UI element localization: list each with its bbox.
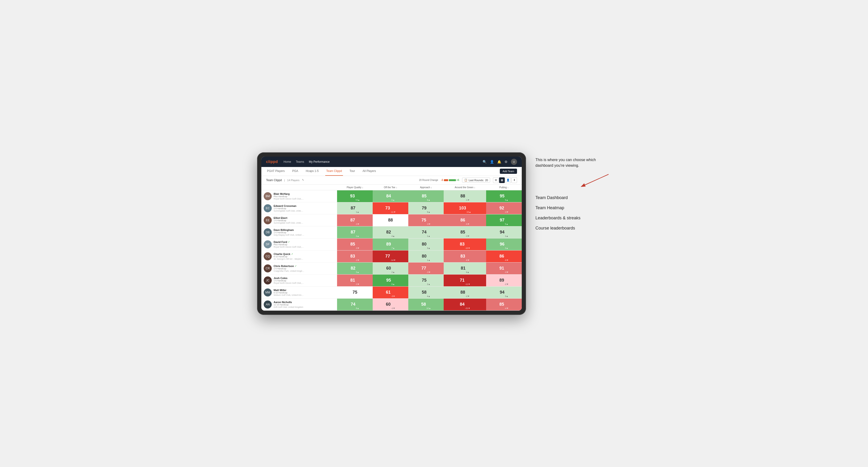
table-row[interactable]: CQ Charlie Quick ✓ 6-10 Handicap St. Geo… (261, 250, 522, 262)
metric-change: 9▲ (505, 199, 508, 202)
column-header-off-tee[interactable]: Off the Tee ↓ (373, 185, 408, 190)
metric-cell-7-3: 71 -11▼ (444, 274, 486, 286)
user-avatar[interactable]: U (511, 159, 517, 165)
metric-change: -6▼ (466, 259, 470, 262)
search-icon[interactable]: 🔍 (483, 160, 487, 164)
metric-change: 7▲ (392, 247, 395, 250)
nav-teams[interactable]: Teams (296, 160, 304, 163)
table-row[interactable]: EE Elliot Ebert 1-5 Handicap Sunningdale… (261, 214, 522, 226)
metric-cell-2-4: 97 5▲ (486, 214, 522, 226)
player-cell-6: CR Chris Robertson ✓ 1-5 Handicap Craigm… (261, 262, 337, 274)
last-rounds-value: 20 (485, 179, 488, 182)
metric-change: 4▲ (466, 271, 469, 274)
metric-cell-1-4: 92 -3▼ (486, 202, 522, 214)
player-cell-5: CQ Charlie Quick ✓ 6-10 Handicap St. Geo… (261, 250, 337, 262)
metric-change: 4▲ (392, 235, 395, 238)
add-team-button[interactable]: Add Team (500, 168, 517, 174)
metric-box-9-2: 58 10▲ (408, 299, 444, 310)
metric-cell-4-1: 89 7▲ (373, 238, 408, 250)
table-row[interactable]: DB Dave Billingham 1-5 Handicap Gog Mago… (261, 226, 522, 238)
metric-value-4-2: 80 (422, 242, 427, 247)
player-name-6: Chris Robertson ✓ (274, 264, 304, 268)
player-name-7: Josh Coles (274, 277, 304, 280)
view-person-button[interactable]: 👤 (505, 177, 511, 183)
sub-nav-pga[interactable]: PGA (291, 167, 299, 176)
sub-nav-tour[interactable]: Tour (349, 167, 356, 176)
table-row[interactable]: DF David Ford ✓ Plus Handicap Royal Nort… (261, 238, 522, 250)
person-icon[interactable]: 👤 (490, 160, 494, 164)
sub-nav-all-players[interactable]: All Players (362, 167, 377, 176)
tablet-screen: clippd Home Teams My Performance 🔍 👤 🔔 ⚙… (261, 157, 522, 311)
metric-cell-8-1: 61 -3▼ (373, 286, 408, 299)
table-row[interactable]: CR Chris Robertson ✓ 1-5 Handicap Craigm… (261, 262, 522, 274)
player-cell-7: JC Josh Coles 1-5 Handicap Royal North D… (261, 274, 337, 286)
metric-value-8-3: 88 (460, 290, 465, 295)
settings-icon[interactable]: ⚙ (504, 160, 507, 164)
table-row[interactable]: EC Edward Crossman 1-5 Handicap Sunningd… (261, 202, 522, 214)
player-cell-9: AN Aaron Nicholls 11-15 Handicap Drift G… (261, 299, 337, 310)
last-rounds-text: Last Rounds: (469, 179, 484, 182)
table-row[interactable]: AN Aaron Nicholls 11-15 Handicap Drift G… (261, 299, 522, 310)
data-table-container: Player Quality ↓ Off the Tee ↓ (261, 185, 522, 311)
change-pos-value: +5 (457, 179, 459, 181)
metric-value-7-0: 81 (350, 278, 355, 283)
bell-icon[interactable]: 🔔 (497, 160, 501, 164)
edit-team-icon[interactable]: ✎ (302, 179, 304, 182)
metric-cell-4-3: 83 -10▼ (444, 238, 486, 250)
column-header-approach[interactable]: Approach ↓ (408, 185, 444, 190)
metric-change: -11▼ (391, 211, 396, 214)
nav-home[interactable]: Home (283, 160, 291, 163)
sub-nav-hcaps[interactable]: Hcaps 1-5 (305, 167, 319, 176)
column-header-putting[interactable]: Putting ↓ (486, 185, 522, 190)
metric-value-7-1: 95 (386, 278, 391, 283)
annotation-item-1: Team Heatmap (535, 206, 611, 210)
player-info-5: Charlie Quick ✓ 6-10 Handicap St. George… (274, 253, 304, 260)
column-header-around-green[interactable]: Around the Green ↓ (444, 185, 486, 190)
player-cell-0: BM Blair McHarg Plus Handicap Royal Nort… (261, 190, 337, 202)
metric-change: 10▲ (427, 307, 431, 310)
player-name-1: Edward Crossman (274, 205, 304, 207)
sort-player-quality[interactable]: Player Quality ↓ (347, 186, 363, 189)
sort-off-tee[interactable]: Off the Tee ↓ (384, 186, 397, 189)
player-club-5: St. George's Hill GC - Weybridge - Surre… (274, 258, 304, 260)
table-row[interactable]: JC Josh Coles 1-5 Handicap Royal North D… (261, 274, 522, 286)
metric-cell-1-0: 87 1▲ (337, 202, 373, 214)
metric-change: 9▲ (427, 211, 430, 214)
metric-change: 3▲ (505, 295, 508, 299)
player-club-9: Drift Golf Club, United Kingdom (274, 306, 303, 308)
table-row[interactable]: MM Matt Miller 6-10 Handicap Woburn Golf… (261, 286, 522, 299)
metric-value-4-1: 89 (386, 242, 391, 247)
column-header-player-quality[interactable]: Player Quality ↓ (337, 185, 373, 190)
last-rounds-button[interactable]: 📋 Last Rounds: 20 (462, 178, 490, 183)
view-small-grid-button[interactable]: ⊞ (493, 177, 499, 183)
metric-value-4-3: 83 (460, 242, 464, 247)
player-handicap-0: Plus Handicap (274, 195, 304, 198)
player-name-0: Blair McHarg (274, 192, 304, 195)
table-row[interactable]: BM Blair McHarg Plus Handicap Royal Nort… (261, 190, 522, 202)
metric-value-9-1: 60 (386, 302, 391, 307)
sub-nav-pgat[interactable]: PGAT Players (266, 167, 286, 176)
sub-nav-team-clippd[interactable]: Team Clippd (325, 167, 343, 176)
metric-box-2-3: 86 -6▼ (444, 214, 486, 226)
sort-putting[interactable]: Putting ↓ (499, 186, 508, 189)
metric-cell-8-2: 58 4▲ (408, 286, 444, 299)
view-download-button[interactable]: ⬇ (512, 177, 517, 183)
metric-value-1-1: 73 (385, 206, 390, 211)
metric-change: -8▼ (504, 259, 508, 262)
sort-approach[interactable]: Approach ↓ (420, 186, 432, 189)
player-avatar-2: EE (264, 216, 272, 224)
metric-box-4-3: 83 -10▼ (444, 239, 486, 250)
annotation-intro: This is where you can choose which dashb… (535, 157, 611, 168)
metric-cell-3-3: 85 -3▼ (444, 226, 486, 238)
player-avatar-5: CQ (264, 252, 272, 260)
metric-box-6-2: 77 -3▼ (408, 262, 444, 274)
sort-around-green[interactable]: Around the Green ↓ (455, 186, 475, 189)
view-large-grid-button[interactable]: ▦ (499, 177, 505, 183)
player-name-2: Elliot Ebert (274, 217, 304, 219)
metric-value-5-3: 83 (460, 254, 465, 259)
metric-change: -10▼ (465, 247, 470, 250)
annotation-items-list: Team Dashboard Team Heatmap Leaderboards… (535, 195, 611, 231)
nav-my-performance[interactable]: My Performance (309, 160, 330, 163)
metric-change: -3▼ (355, 283, 360, 286)
metric-cell-8-0: 75 (337, 286, 373, 299)
